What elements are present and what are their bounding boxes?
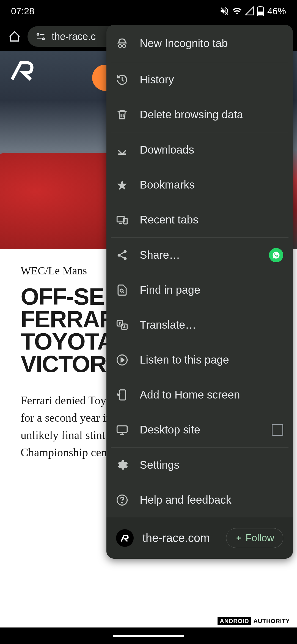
svg-point-8	[123, 44, 126, 47]
menu-listen[interactable]: Listen to this page	[106, 342, 293, 377]
menu-label: History	[140, 73, 283, 86]
url-text: the-race.c	[52, 31, 96, 42]
desktop-icon	[116, 424, 128, 436]
plus-icon	[235, 534, 242, 542]
menu-label: Share…	[140, 249, 257, 261]
menu-translate[interactable]: Translate…	[106, 307, 293, 342]
menu-label: New Incognito tab	[140, 37, 283, 50]
add-to-home-icon	[116, 389, 128, 401]
svg-rect-1	[259, 6, 262, 7]
menu-label: Add to Home screen	[140, 389, 283, 401]
menu-label: Translate…	[140, 319, 283, 331]
menu-label: Recent tabs	[140, 214, 283, 226]
wifi-icon	[232, 6, 242, 16]
menu-share[interactable]: Share…	[106, 238, 293, 272]
find-in-page-icon	[116, 284, 128, 296]
menu-bookmarks[interactable]: Bookmarks	[106, 167, 293, 202]
gear-icon	[116, 459, 128, 471]
menu-label: Desktop site	[140, 424, 260, 436]
svg-rect-10	[117, 216, 124, 222]
svg-point-13	[124, 250, 127, 253]
menu-label: Find in page	[140, 284, 283, 296]
follow-button[interactable]: Follow	[226, 528, 283, 548]
svg-rect-24	[117, 426, 127, 432]
menu-history[interactable]: History	[106, 62, 293, 97]
svg-point-14	[118, 253, 121, 256]
play-circle-icon	[116, 354, 128, 366]
translate-icon	[116, 319, 128, 331]
svg-rect-23	[120, 390, 126, 400]
svg-point-18	[120, 289, 123, 292]
follow-label: Follow	[246, 532, 274, 544]
download-icon	[116, 144, 128, 156]
menu-downloads[interactable]: Downloads	[106, 132, 293, 167]
svg-point-28	[122, 502, 123, 503]
battery-percent: 46%	[267, 6, 286, 17]
menu-label: Bookmarks	[140, 179, 283, 191]
menu-settings[interactable]: Settings	[106, 447, 293, 482]
home-button[interactable]	[7, 29, 22, 44]
svg-line-19	[123, 292, 124, 293]
menu-help[interactable]: Help and feedback	[106, 482, 293, 517]
menu-label: Delete browsing data	[140, 108, 283, 121]
status-bar: 07:28 46%	[0, 0, 297, 22]
menu-site-footer: the-race.com Follow	[106, 517, 293, 559]
share-icon	[116, 249, 128, 261]
home-icon	[8, 30, 21, 43]
site-name: the-race.com	[142, 531, 217, 545]
signal-icon	[245, 6, 254, 16]
menu-add-home[interactable]: Add to Home screen	[106, 377, 293, 412]
help-icon	[116, 494, 128, 506]
menu-delete-data[interactable]: Delete browsing data	[106, 97, 293, 132]
site-logo	[10, 58, 34, 83]
svg-line-17	[120, 256, 124, 258]
trash-icon	[116, 109, 128, 121]
devices-icon	[116, 214, 128, 226]
incognito-icon	[116, 37, 128, 50]
menu-label: Listen to this page	[140, 354, 283, 366]
navigation-bar	[0, 627, 297, 644]
battery-icon	[257, 6, 264, 16]
desktop-checkbox[interactable]	[272, 424, 283, 436]
overflow-menu: New Incognito tab History Delete browsin…	[106, 25, 293, 559]
svg-point-5	[43, 38, 45, 40]
svg-point-3	[37, 33, 39, 35]
svg-line-16	[120, 252, 124, 254]
menu-label: Downloads	[140, 144, 283, 156]
status-time: 07:28	[11, 6, 34, 17]
svg-point-15	[124, 257, 127, 260]
star-icon	[116, 179, 128, 191]
menu-find[interactable]: Find in page	[106, 272, 293, 307]
svg-rect-2	[258, 12, 263, 15]
mute-icon	[219, 6, 229, 16]
whatsapp-icon[interactable]	[269, 248, 283, 262]
svg-point-7	[119, 44, 122, 47]
history-icon	[116, 74, 128, 86]
menu-label: Settings	[140, 459, 283, 471]
menu-new-incognito[interactable]: New Incognito tab	[106, 25, 293, 62]
site-avatar	[116, 529, 134, 547]
site-settings-icon	[35, 31, 46, 42]
menu-desktop-site[interactable]: Desktop site	[106, 412, 293, 447]
menu-label: Help and feedback	[140, 494, 283, 506]
menu-recent-tabs[interactable]: Recent tabs	[106, 202, 293, 237]
nav-pill[interactable]	[113, 635, 184, 637]
status-right: 46%	[219, 6, 286, 17]
watermark: ANDROIDAUTHORITY	[218, 618, 292, 625]
